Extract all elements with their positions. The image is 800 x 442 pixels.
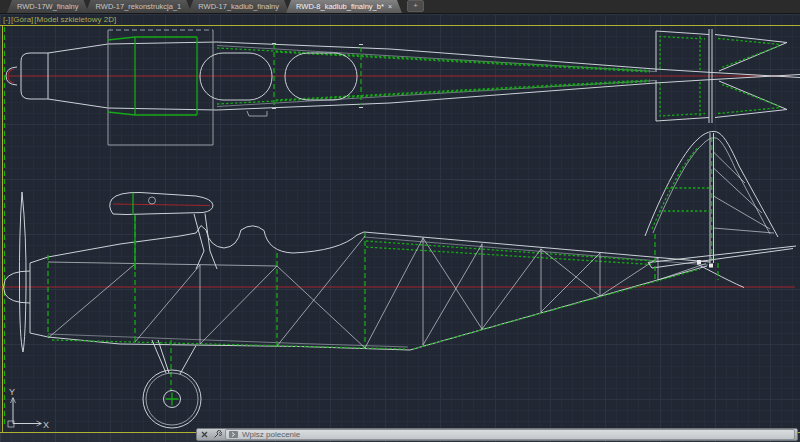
top-view-fuselage — [6, 30, 800, 145]
ucs-x-label: X — [43, 420, 49, 430]
close-icon[interactable] — [199, 430, 209, 439]
command-prompt-icon — [229, 431, 238, 438]
viewport-visual-style-control[interactable]: [Model szkieletowy 2D] — [34, 15, 116, 24]
viewport-border — [0, 26, 800, 433]
tab-label: RWD-17W_finalny — [17, 2, 79, 11]
side-view-fuselage — [0, 192, 795, 352]
tab-close-icon[interactable]: × — [388, 3, 392, 10]
tab-label: RWD-17_rekonstrukcja_1 — [96, 2, 182, 11]
side-view-wing-and-struts — [110, 192, 217, 270]
drawing-canvas[interactable]: Y X — [0, 14, 800, 442]
viewport-view-control[interactable]: [Góra] — [11, 15, 33, 24]
command-placeholder: Wpisz polecenie — [242, 431, 300, 439]
command-line-bar: Wpisz polecenie — [196, 428, 798, 441]
ucs-icon: Y X — [8, 387, 49, 430]
viewport-minimize-control[interactable]: [-] — [3, 15, 10, 24]
tab-label: RWD-8_kadlub_finalny_b* — [296, 2, 384, 11]
new-drawing-tab-button[interactable]: + — [407, 0, 424, 12]
command-input[interactable]: Wpisz polecenie — [225, 429, 795, 440]
drawing-tab-bar: RWD-17W_finalny RWD-17_rekonstrukcja_1 R… — [0, 0, 800, 14]
tab-rwd-17-kadlub-finalny[interactable]: RWD-17_kadlub_finalny — [188, 0, 289, 13]
autocad-window: RWD-17W_finalny RWD-17_rekonstrukcja_1 R… — [0, 0, 800, 442]
tab-rwd-8-kadlub-finalny-active[interactable]: RWD-8_kadlub_finalny_b* × — [286, 0, 402, 13]
model-space-viewport[interactable]: [-] [Góra] [Model szkieletowy 2D] — [0, 14, 800, 442]
tab-label: RWD-17_kadlub_finalny — [198, 2, 279, 11]
side-view-tail — [645, 131, 796, 287]
tab-rwd-17-rekonstrukcja[interactable]: RWD-17_rekonstrukcja_1 — [86, 0, 192, 13]
tab-rwd-17w-finalny[interactable]: RWD-17W_finalny — [7, 0, 89, 13]
customize-wrench-icon[interactable] — [212, 430, 222, 439]
side-view-landing-gear — [143, 340, 201, 428]
ucs-y-label: Y — [9, 387, 15, 397]
viewport-controls: [-] [Góra] [Model szkieletowy 2D] — [3, 15, 116, 24]
